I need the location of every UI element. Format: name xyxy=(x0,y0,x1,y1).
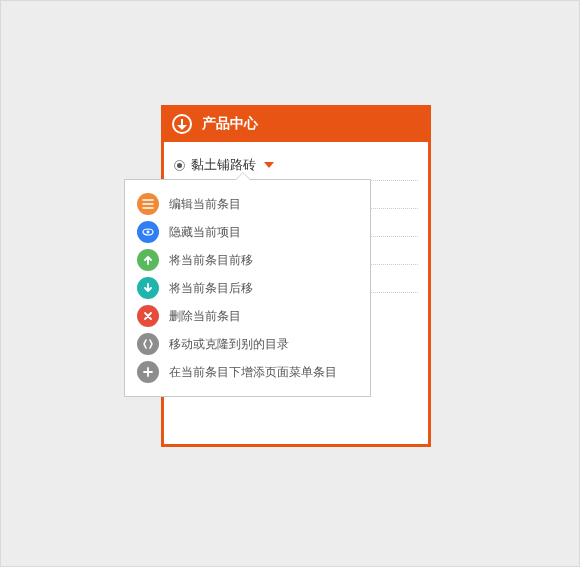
list-icon xyxy=(137,193,159,215)
menu-item-label: 编辑当前条目 xyxy=(169,196,241,213)
menu-item-move-down[interactable]: 将当前条目后移 xyxy=(131,274,364,302)
menu-item-edit[interactable]: 编辑当前条目 xyxy=(131,190,364,218)
arrow-up-icon xyxy=(137,249,159,271)
arrow-down-icon xyxy=(137,277,159,299)
close-icon xyxy=(137,305,159,327)
menu-item-label: 将当前条目前移 xyxy=(169,252,253,269)
panel-title: 产品中心 xyxy=(202,115,258,133)
menu-item-label: 将当前条目后移 xyxy=(169,280,253,297)
menu-item-hide[interactable]: 隐藏当前项目 xyxy=(131,218,364,246)
menu-item-label: 移动或克隆到别的目录 xyxy=(169,336,289,353)
menu-item-delete[interactable]: 删除当前条目 xyxy=(131,302,364,330)
menu-item-label: 删除当前条目 xyxy=(169,308,241,325)
download-icon xyxy=(172,114,192,134)
menu-item-move-clone[interactable]: 移动或克隆到别的目录 xyxy=(131,330,364,358)
menu-item-label: 隐藏当前项目 xyxy=(169,224,241,241)
menu-item-move-up[interactable]: 将当前条目前移 xyxy=(131,246,364,274)
menu-item-label: 在当前条目下增添页面菜单条目 xyxy=(169,364,337,381)
context-menu: 编辑当前条目 隐藏当前项目 将当前条目前移 将当前条目后移 删除当前条目 移动或… xyxy=(124,179,371,397)
move-icon xyxy=(137,333,159,355)
panel-header: 产品中心 xyxy=(164,108,428,142)
list-item[interactable]: 黏土铺路砖 xyxy=(174,150,418,181)
chevron-down-icon[interactable] xyxy=(264,162,274,168)
menu-item-add-page[interactable]: 在当前条目下增添页面菜单条目 xyxy=(131,358,364,386)
eye-icon xyxy=(137,221,159,243)
svg-point-1 xyxy=(147,231,150,234)
radio-icon[interactable] xyxy=(174,160,185,171)
plus-icon xyxy=(137,361,159,383)
